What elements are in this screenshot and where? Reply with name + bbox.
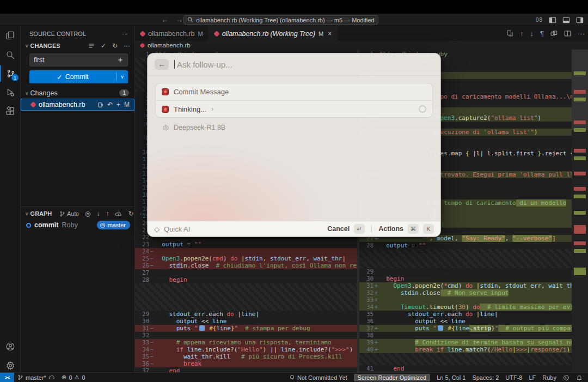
toggle-sidebar-icon[interactable] <box>549 16 556 24</box>
view-as-list-icon[interactable] <box>88 43 95 49</box>
close-tab-icon[interactable]: × <box>328 30 332 38</box>
editor-more-icon[interactable]: ··· <box>578 29 585 38</box>
settings-gear-icon[interactable] <box>0 357 21 374</box>
ruby-file-icon <box>30 101 36 107</box>
chevron-down-icon: ∨ <box>25 90 29 96</box>
code-line: 34− if line.include?("Hello") || line.in… <box>135 346 357 353</box>
branch-auto-icon[interactable]: Auto <box>59 210 79 217</box>
commit-check-icon[interactable]: ✓ <box>101 42 106 50</box>
explorer-icon[interactable] <box>0 27 21 44</box>
changed-file-row[interactable]: ollamabench.rb ↶ + M <box>21 99 134 111</box>
swap-sides-icon[interactable] <box>550 30 558 37</box>
minimap-diff-mark <box>574 98 586 101</box>
code-line: 33− # appena riceviamo una risposta, ter… <box>135 339 357 346</box>
run-debug-icon[interactable] <box>0 84 21 101</box>
nav-forward-icon[interactable]: → <box>176 16 183 24</box>
sync-cloud-icon[interactable] <box>48 374 55 381</box>
commit-message-input[interactable]: first <box>29 53 128 66</box>
code-line: 38 <box>359 332 572 339</box>
commit-status-item[interactable]: Not Committed Yet <box>286 373 351 382</box>
branch-status-item[interactable]: master* <box>14 373 58 382</box>
feedback-smiley-icon[interactable] <box>560 373 573 382</box>
open-changes-icon[interactable] <box>506 30 513 37</box>
k-key-icon: K <box>423 224 434 234</box>
problems-status-item[interactable]: ⊗ 0 ⚠ 0 <box>58 373 88 382</box>
eol-item[interactable]: LF <box>525 373 539 382</box>
target-icon: ◎ <box>100 221 106 228</box>
model-name: Deepseek-R1 8B <box>174 124 225 131</box>
commit-message-item[interactable]: Commit Message <box>156 83 432 100</box>
previous-change-icon[interactable]: ↑ <box>520 29 524 38</box>
next-change-icon[interactable]: ↓ <box>530 29 534 38</box>
fetch-icon[interactable]: ↓ <box>96 210 100 217</box>
sidebar-more-icon[interactable]: ··· <box>122 31 128 37</box>
window-title: ollamabench.rb (Working Tree) (ollamaben… <box>196 17 374 23</box>
minimap-diff-mark <box>574 156 586 160</box>
changes-tree-label: Changes <box>30 89 58 97</box>
stage-changes-icon[interactable]: + <box>117 101 120 108</box>
source-control-icon[interactable]: 1 <box>0 65 21 82</box>
errors-icon: ⊗ <box>62 374 66 381</box>
command-center-search[interactable]: ollamabench.rb (Working Tree) (ollamaben… <box>183 15 378 25</box>
titlebar-counter: 08 <box>536 17 543 23</box>
chevron-down-icon: ∨ <box>25 211 29 216</box>
minimap-diff-mark <box>574 225 586 234</box>
cancel-button[interactable]: Cancel <box>327 225 350 233</box>
commit-button[interactable]: ✓ Commit ∨ <box>29 70 128 83</box>
commit-dropdown-icon[interactable]: ∨ <box>116 72 128 81</box>
encoding-item[interactable]: UTF-8 <box>502 373 525 382</box>
toggle-panel-icon[interactable] <box>562 16 570 24</box>
refresh-icon[interactable]: ↻ <box>112 42 118 50</box>
code-line: 37 end <box>135 367 357 372</box>
indentation-item[interactable]: Spaces: 2 <box>469 373 502 382</box>
code-line: 33+ <box>359 296 572 304</box>
discard-changes-icon[interactable]: ↶ <box>107 101 113 108</box>
notifications-bell-icon[interactable] <box>573 373 588 382</box>
tab-ollamabench[interactable]: ollamabench.rb M <box>135 26 209 41</box>
modified-badge: M <box>198 31 203 37</box>
sparkle-icon[interactable] <box>117 57 124 63</box>
graph-header-label: GRAPH <box>30 210 52 217</box>
language-mode-item[interactable]: Ruby <box>539 373 560 382</box>
changes-tree-header[interactable]: ∨ Changes 1 <box>21 87 134 99</box>
minimap[interactable] <box>572 50 588 372</box>
diff-filler <box>135 283 357 311</box>
graph-commit-row[interactable]: commit Roby ◎ master <box>21 219 134 229</box>
nav-back-icon[interactable]: ← <box>161 16 168 24</box>
open-file-icon[interactable] <box>97 102 103 108</box>
actions-button[interactable]: Actions <box>378 225 403 233</box>
code-line: 41 end <box>359 365 572 372</box>
target-icon[interactable]: ◎ <box>85 210 90 217</box>
branch-badge[interactable]: ◎ master <box>97 221 130 229</box>
search-icon <box>187 17 193 23</box>
graph-auto-label: Auto <box>67 210 79 217</box>
followup-input[interactable]: ← Ask follow-up... <box>148 53 440 76</box>
warnings-icon: ⚠ <box>74 374 79 381</box>
warnings-count: 0 <box>82 374 85 381</box>
tab-bar: ollamabench.rb M ollamabench.rb (Working… <box>135 26 588 41</box>
split-editor-icon[interactable] <box>564 30 571 37</box>
search-sidebar-icon[interactable] <box>0 47 21 63</box>
vscode-window: ← → ollamabench.rb (Working Tree) (ollam… <box>0 0 588 382</box>
whitespace-icon[interactable]: ¶ <box>540 29 544 38</box>
more-actions-icon[interactable]: ··· <box>124 42 130 50</box>
publish-cloud-icon[interactable] <box>115 210 122 217</box>
footer-divider <box>371 225 372 233</box>
diff-filler <box>359 249 572 268</box>
push-icon[interactable]: ↑ <box>106 210 109 217</box>
refresh-icon[interactable]: ↻ <box>128 210 133 217</box>
account-icon[interactable] <box>0 338 21 355</box>
remote-indicator[interactable]: >< <box>0 373 14 382</box>
toggle-secondary-sidebar-icon[interactable] <box>576 16 584 24</box>
tab-label: ollamabench.rb <box>148 30 194 38</box>
ruby-gem-icon <box>162 88 169 95</box>
screen-reader-status[interactable]: Screen Reader Optimized <box>354 374 431 381</box>
changes-section-header[interactable]: ∨ CHANGES ✓ ↻ ··· <box>21 40 134 51</box>
extensions-icon[interactable] <box>0 103 21 119</box>
back-button[interactable]: ← <box>155 59 169 70</box>
cursor-position-item[interactable]: Ln 5, Col 1 <box>433 373 469 382</box>
diff-file-header: ollamabench.rb <box>135 41 588 50</box>
tab-ollamabench-working-tree[interactable]: ollamabench.rb (Working Tree) M × <box>209 26 338 41</box>
graph-section-header[interactable]: ∨ GRAPH Auto ◎ ↓ ↑ ↻ ··· <box>21 208 134 219</box>
thinking-item[interactable]: Thinking... › <box>156 100 432 117</box>
